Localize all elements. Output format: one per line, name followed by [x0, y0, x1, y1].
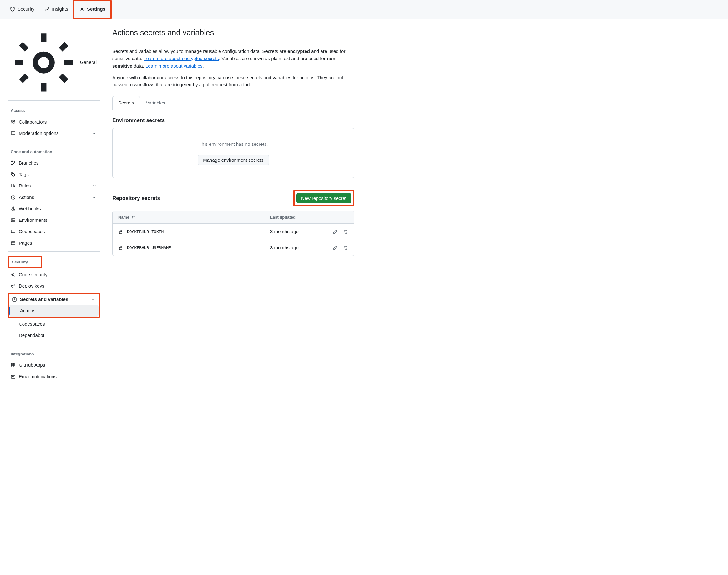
- settings-sidebar: General Access Collaborators Moderation …: [0, 20, 105, 575]
- nav-security[interactable]: Security: [5, 0, 39, 19]
- lock-icon: [118, 245, 123, 250]
- manage-env-secrets-button[interactable]: Manage environment secrets: [198, 155, 269, 165]
- svg-rect-28: [13, 365, 15, 367]
- sidebar-actions-label: Actions: [19, 194, 34, 201]
- table-row: DOCKERHUB_TOKEN 3 months ago: [112, 224, 354, 240]
- sidebar-rules[interactable]: Rules: [7, 180, 100, 192]
- tab-variables[interactable]: Variables: [140, 96, 171, 110]
- pencil-icon[interactable]: [333, 229, 338, 234]
- svg-point-6: [11, 164, 12, 166]
- rules-icon: [11, 183, 15, 188]
- nav-insights-label: Insights: [52, 6, 68, 13]
- secret-updated: 3 months ago: [270, 228, 323, 235]
- shield-search-icon: [11, 272, 15, 277]
- sidebar-deploy-keys[interactable]: Deploy keys: [7, 280, 100, 292]
- divider: [7, 100, 100, 101]
- sidebar-rules-label: Rules: [19, 182, 31, 190]
- sidebar-webhooks-label: Webhooks: [19, 205, 41, 212]
- sidebar-sub-actions[interactable]: Actions: [9, 305, 99, 316]
- env-secrets-box: This environment has no secrets. Manage …: [112, 128, 354, 178]
- security-header-highlight: Security: [7, 256, 42, 268]
- sidebar-email-notifications[interactable]: Email notifications: [7, 371, 100, 382]
- sidebar-sub-actions-label: Actions: [20, 308, 35, 313]
- description-1: Secrets and variables allow you to manag…: [112, 47, 354, 69]
- sidebar-actions[interactable]: Actions: [7, 192, 100, 203]
- graph-icon: [44, 7, 49, 11]
- apps-icon: [11, 363, 15, 368]
- sidebar-branches-label: Branches: [19, 160, 38, 167]
- sidebar-webhooks[interactable]: Webhooks: [7, 203, 100, 214]
- sidebar-access-header: Access: [7, 105, 100, 116]
- sidebar-secrets-variables[interactable]: Secrets and variables: [9, 294, 99, 305]
- tab-secrets[interactable]: Secrets: [112, 96, 140, 110]
- chevron-down-icon: [92, 183, 97, 188]
- sidebar-sub-codespaces-label: Codespaces: [19, 321, 45, 327]
- svg-point-21: [11, 273, 14, 276]
- nav-insights[interactable]: Insights: [39, 0, 73, 19]
- sidebar-tags[interactable]: Tags: [7, 169, 100, 180]
- sidebar-environments-label: Environments: [19, 217, 47, 224]
- svg-point-4: [14, 121, 15, 122]
- divider: [7, 251, 100, 251]
- chevron-down-icon: [92, 195, 97, 200]
- sidebar-sub-dependabot[interactable]: Dependabot: [7, 330, 100, 341]
- secret-actions: [323, 229, 348, 234]
- sidebar-sub-codespaces[interactable]: Codespaces: [7, 318, 100, 330]
- secret-name: DOCKERHUB_USERNAME: [118, 245, 270, 251]
- new-secret-highlight: New repository secret: [293, 190, 354, 206]
- sidebar-general-label: General: [80, 59, 97, 66]
- sidebar-secrets-variables-label: Secrets and variables: [20, 296, 68, 303]
- pencil-icon[interactable]: [333, 245, 338, 250]
- secret-updated: 3 months ago: [270, 244, 323, 251]
- sidebar-sub-dependabot-label: Dependabot: [19, 333, 44, 338]
- link-encrypted-secrets[interactable]: Learn more about encrypted secrets: [143, 56, 219, 61]
- sidebar-environments[interactable]: Environments: [7, 214, 100, 226]
- tag-icon: [11, 172, 15, 177]
- svg-point-5: [11, 161, 12, 162]
- sidebar-code-security[interactable]: Code security: [7, 269, 100, 281]
- main-content: Actions secrets and variables Secrets an…: [105, 20, 364, 575]
- svg-point-23: [11, 285, 13, 287]
- trash-icon[interactable]: [343, 245, 348, 250]
- sidebar-deploy-keys-label: Deploy keys: [19, 282, 44, 290]
- svg-point-2: [35, 54, 52, 71]
- webhook-icon: [11, 206, 15, 211]
- new-repository-secret-button[interactable]: New repository secret: [297, 193, 351, 203]
- browser-icon: [11, 241, 15, 245]
- svg-rect-30: [119, 232, 122, 234]
- svg-point-0: [12, 9, 12, 9]
- sidebar-github-apps[interactable]: GitHub Apps: [7, 360, 100, 371]
- svg-rect-25: [11, 363, 13, 365]
- svg-rect-20: [11, 241, 15, 245]
- col-name-header[interactable]: Name: [118, 214, 270, 221]
- sidebar-pages[interactable]: Pages: [7, 237, 100, 249]
- sidebar-general[interactable]: General: [7, 27, 100, 98]
- divider: [7, 344, 100, 344]
- svg-point-16: [12, 219, 12, 219]
- chevron-down-icon: [92, 131, 97, 136]
- trash-icon[interactable]: [343, 229, 348, 234]
- svg-rect-26: [13, 363, 15, 365]
- sidebar-codespaces[interactable]: Codespaces: [7, 226, 100, 237]
- link-variables[interactable]: Learn more about variables: [145, 63, 203, 69]
- gear-icon: [79, 7, 84, 11]
- secret-name: DOCKERHUB_TOKEN: [118, 229, 270, 235]
- env-secrets-title: Environment secrets: [112, 116, 354, 125]
- comment-icon: [11, 131, 15, 136]
- sidebar-moderation[interactable]: Moderation options: [7, 128, 100, 139]
- codespaces-icon: [11, 229, 15, 234]
- play-circle-icon: [11, 195, 15, 200]
- sidebar-branches[interactable]: Branches: [7, 157, 100, 169]
- secrets-table: Name Last updated DOCKERHUB_TOKEN 3 mont…: [112, 211, 354, 256]
- divider: [7, 142, 100, 142]
- sidebar-collaborators[interactable]: Collaborators: [7, 116, 100, 128]
- nav-settings[interactable]: Settings: [74, 1, 110, 18]
- svg-point-17: [12, 221, 12, 221]
- sidebar-collaborators-label: Collaborators: [19, 119, 46, 126]
- chevron-up-icon: [91, 297, 95, 302]
- svg-point-7: [14, 162, 15, 163]
- svg-rect-31: [119, 247, 122, 250]
- sort-icon: [131, 215, 135, 219]
- repo-secrets-title: Repository secrets: [112, 194, 160, 202]
- svg-rect-27: [11, 365, 13, 367]
